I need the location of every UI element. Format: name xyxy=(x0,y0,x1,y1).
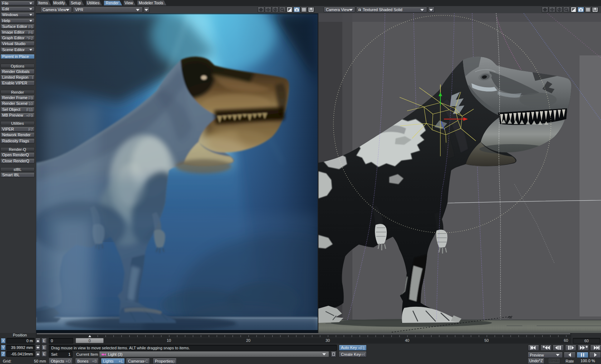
svg-text:Modeler Tools: Modeler Tools xyxy=(139,1,163,5)
svg-text:Items: Items xyxy=(38,1,48,5)
svg-text:Utilities: Utilities xyxy=(87,1,100,5)
svg-text:View: View xyxy=(124,1,133,5)
svg-text:Render: Render xyxy=(106,1,118,5)
svg-text:Modify: Modify xyxy=(53,1,65,5)
svg-text:Setup: Setup xyxy=(71,1,81,5)
